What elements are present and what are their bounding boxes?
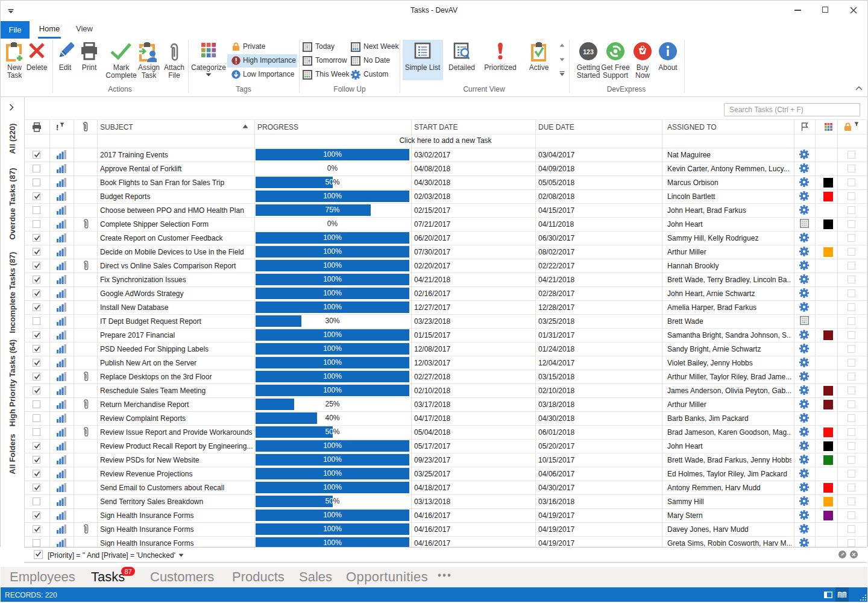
- svg-text:123: 123: [583, 48, 594, 55]
